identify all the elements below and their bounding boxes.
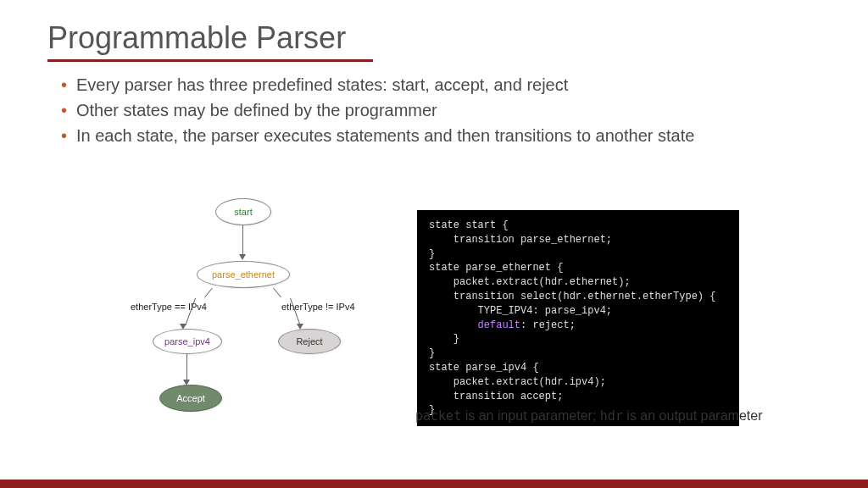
code-line: packet.extract(hdr.ipv4); [429, 376, 606, 388]
arrow [242, 225, 243, 256]
code-line: } [429, 333, 459, 345]
node-parse-ethernet: parse_ethernet [197, 261, 290, 288]
caption-text: is an input parameter; [461, 408, 600, 423]
code-line: transition accept; [429, 391, 563, 402]
code-line: packet.extract(hdr.ethernet); [429, 276, 631, 288]
code-line: } [429, 248, 435, 260]
footer-bar: 5 [0, 480, 868, 488]
bullet-list: Every parser has three predefined states… [61, 72, 821, 148]
arrow [273, 288, 281, 297]
title-underline [47, 59, 373, 62]
node-start: start [215, 198, 271, 225]
node-accept: Accept [159, 385, 222, 412]
code-line: transition select(hdr.ethernet.etherType… [429, 291, 715, 302]
bullet-item: Other states may be defined by the progr… [61, 97, 821, 123]
code-line: state parse_ipv4 { [429, 362, 539, 374]
slide-title: Programmable Parser [47, 20, 868, 56]
arrow [204, 288, 213, 297]
arrow [186, 354, 187, 381]
arrowhead-icon [239, 254, 246, 260]
caption-code: packet [415, 408, 461, 424]
code-line: } [429, 347, 435, 359]
code-keyword: default [478, 319, 520, 331]
edge-label-left: etherType == IPv4 [131, 302, 207, 312]
slide: Programmable Parser Every parser has thr… [0, 20, 868, 488]
code-line: state parse_ethernet { [429, 262, 563, 274]
bullet-item: Every parser has three predefined states… [61, 72, 821, 97]
code-line: : reject; [520, 319, 576, 331]
caption-code: hdr [600, 408, 623, 424]
code-line: transition parse_ethernet; [429, 234, 612, 246]
code-line: state start { [429, 219, 509, 231]
node-reject: Reject [278, 329, 341, 354]
code-block: state start { transition parse_ethernet;… [417, 210, 739, 426]
state-diagram: start parse_ethernet etherType == IPv4 e… [119, 198, 364, 419]
code-caption: packet is an input parameter; hdr is an … [415, 408, 762, 424]
caption-text: is an output parameter [623, 408, 763, 423]
bullet-item: In each state, the parser executes state… [61, 123, 821, 148]
code-line [429, 319, 478, 331]
code-line: TYPE_IPV4: parse_ipv4; [429, 305, 612, 317]
node-parse-ipv4: parse_ipv4 [153, 329, 222, 354]
